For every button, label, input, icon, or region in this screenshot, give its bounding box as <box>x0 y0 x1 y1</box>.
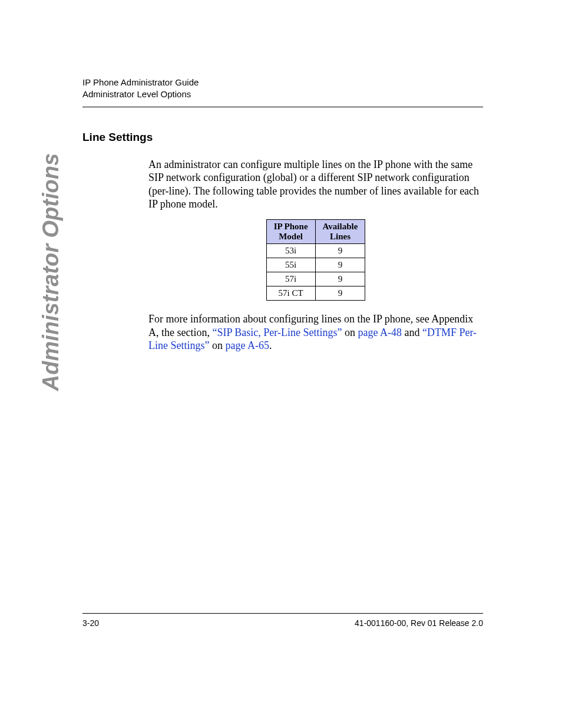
paragraph-1: An administrator can configure multiple … <box>148 158 483 211</box>
running-header: IP Phone Administrator Guide Administrat… <box>82 77 483 107</box>
footer-doc-id: 41-001160-00, Rev 01 Release 2.0 <box>355 618 483 628</box>
header-line-2: Administrator Level Options <box>82 88 483 100</box>
p2-on: on <box>342 327 358 338</box>
link-page-a48[interactable]: page A-48 <box>358 327 401 338</box>
section-heading: Line Settings <box>82 131 483 144</box>
lines-table-wrap: IP Phone Model Available Lines 53i 9 55i <box>148 219 483 301</box>
side-tab-label: Administrator Options <box>38 149 64 396</box>
th-model: IP Phone Model <box>266 219 315 244</box>
page-content: IP Phone Administrator Guide Administrat… <box>82 77 483 355</box>
cell-model: 55i <box>266 258 315 272</box>
th-model-l2: Model <box>279 232 303 241</box>
p2-on2: on <box>209 340 225 351</box>
th-lines: Available Lines <box>315 219 365 244</box>
link-sip-basic[interactable]: “SIP Basic, Per-Line Settings” <box>212 327 342 338</box>
paragraph-2: For more information about configuring l… <box>148 312 483 353</box>
th-lines-l2: Lines <box>330 232 351 241</box>
cell-model: 57i <box>266 272 315 286</box>
cell-lines: 9 <box>315 272 365 286</box>
cell-model: 53i <box>266 244 315 258</box>
table-row: 57i CT 9 <box>266 286 365 301</box>
p2-end: . <box>269 340 272 351</box>
cell-lines: 9 <box>315 258 365 272</box>
table-row: 53i 9 <box>266 244 365 258</box>
cell-lines: 9 <box>315 244 365 258</box>
link-page-a65[interactable]: page A-65 <box>225 340 269 351</box>
p2-and: and <box>402 327 422 338</box>
th-lines-l1: Available <box>323 222 358 231</box>
lines-table: IP Phone Model Available Lines 53i 9 55i <box>266 219 366 301</box>
table-row: 57i 9 <box>266 272 365 286</box>
header-line-1: IP Phone Administrator Guide <box>82 77 483 88</box>
cell-model: 57i CT <box>266 286 315 301</box>
table-header-row: IP Phone Model Available Lines <box>266 219 365 244</box>
cell-lines: 9 <box>315 286 365 301</box>
th-model-l1: IP Phone <box>274 222 308 231</box>
footer-page-number: 3-20 <box>82 618 99 628</box>
page-footer: 3-20 41-001160-00, Rev 01 Release 2.0 <box>82 613 483 628</box>
table-row: 55i 9 <box>266 258 365 272</box>
